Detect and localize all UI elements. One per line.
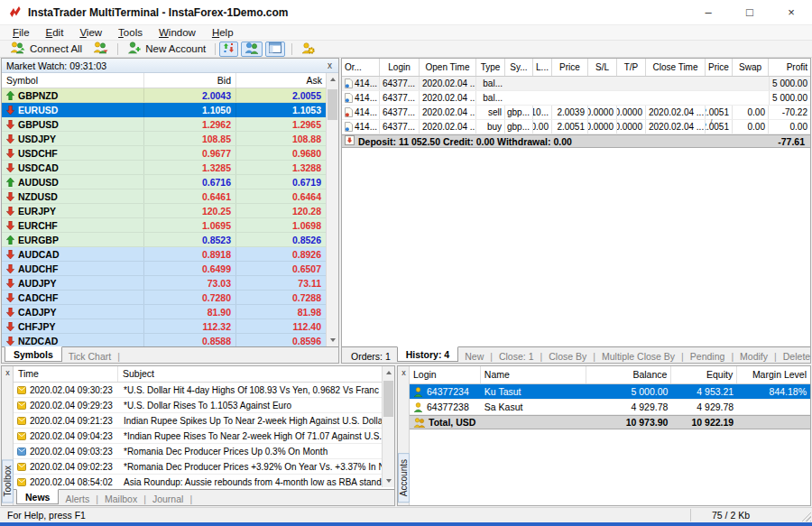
menu-item-window[interactable]: Window [151, 27, 204, 38]
history-column-header[interactable]: L... [533, 59, 552, 76]
accounts-vertical-tab[interactable]: Accounts [398, 453, 410, 503]
market-watch-row[interactable]: AUDCHF0.64990.6507 [2, 262, 338, 276]
history-column-header[interactable]: S/L [588, 59, 617, 76]
news-scrollbar[interactable] [382, 366, 394, 487]
news-row[interactable]: 2020.02.04 09:21:23Indian Rupee Spikes U… [14, 413, 394, 429]
market-watch-column-header[interactable]: Bid [144, 73, 236, 88]
disconnect-all-button[interactable] [88, 41, 114, 57]
accounts-column-header[interactable]: Equity [671, 366, 737, 383]
history-column-header[interactable]: Profit [769, 59, 810, 76]
toolbox-close-icon[interactable]: x [2, 368, 14, 377]
accounts-column-header[interactable]: Login [410, 366, 481, 383]
market-watch-row[interactable]: CADJPY81.9081.98 [2, 305, 338, 319]
accounts-close-icon[interactable]: x [398, 368, 410, 377]
toolbox-tab-mailbox[interactable]: Mailbox [98, 492, 143, 504]
market-watch-row[interactable]: EURGBP0.85230.8526 [2, 233, 338, 247]
history-column-header[interactable]: Close Time [646, 59, 706, 76]
menu-item-help[interactable]: Help [204, 27, 242, 38]
market-watch-row[interactable]: USDJPY108.85108.88 [2, 132, 338, 146]
order-cell: 414... [342, 77, 380, 90]
news-row[interactable]: 2020.02.04 09:04:23*Indian Rupee Rises T… [14, 429, 394, 444]
market-watch-column-header[interactable]: Symbol [2, 73, 144, 88]
account-row[interactable]: 64377234Ku Tasut5 000.004 953.21844.18% [410, 384, 810, 400]
news-row[interactable]: 2020.02.04 09:03:23*Romania Dec Producer… [14, 444, 394, 459]
orders-tab-pending[interactable]: Pending [684, 349, 732, 362]
connect-all-button[interactable]: Connect All [5, 41, 88, 57]
market-watch-row[interactable]: AUDUSD0.67160.6719 [2, 175, 338, 189]
history-column-header[interactable]: Type [476, 59, 505, 76]
resize-grip[interactable] [799, 510, 811, 521]
close-button[interactable]: × [770, 0, 812, 25]
market-watch-row[interactable]: EURCHF1.06951.0698 [2, 218, 338, 233]
scroll-down-icon[interactable] [327, 334, 338, 346]
history-table-row[interactable]: 414...64377...2020.02.04 ...bal...5 000.… [342, 77, 810, 91]
news-row[interactable]: 2020.02.04 09:02:23*Romania Dec Producer… [14, 459, 394, 475]
news-time: 2020.02.04 09:30:23 [30, 385, 113, 395]
market-watch-row[interactable]: CADCHF0.72800.7288 [2, 291, 338, 305]
minimize-button[interactable]: – [687, 0, 729, 25]
toolbox-toggle-button[interactable] [265, 42, 285, 57]
orders-tab-close-1[interactable]: Close: 1 [493, 349, 540, 362]
new-account-button[interactable]: New Account [122, 41, 211, 57]
accounts-toggle-button[interactable] [241, 42, 263, 57]
account-row[interactable]: 64377238Sa Kasut4 929.784 929.78 [410, 400, 810, 415]
market-watch-row[interactable]: CHFJPY112.32112.40 [2, 319, 338, 334]
history-table-row[interactable]: 414...64377...2020.02.04 ...buygbp...0.0… [342, 120, 810, 134]
history-table-row[interactable]: 414...64377...2020.02.04 ...sellgbp...10… [342, 106, 810, 120]
market-watch-column-header[interactable]: Ask [236, 73, 327, 88]
market-watch-tab-tick-chart[interactable]: Tick Chart [62, 349, 117, 362]
orders-tab-multiple-close-by[interactable]: Multiple Close By [595, 349, 681, 362]
accounts-column-header[interactable]: Margin Level [737, 366, 810, 383]
history-column-header[interactable]: Or... [342, 59, 380, 76]
orders-tab-delete[interactable]: Delete [777, 349, 812, 362]
history-column-header[interactable]: Swap [733, 59, 769, 76]
orders-tab-orders-1[interactable]: Orders: 1 [345, 349, 397, 362]
market-watch-row[interactable]: EURJPY120.25120.28 [2, 204, 338, 218]
news-row[interactable]: 2020.02.04 09:29:23*U.S. Dollar Rises To… [14, 398, 394, 413]
market-watch-row[interactable]: EURUSD1.10501.1053 [2, 103, 338, 117]
history-table-row[interactable]: 414...64377...2020.02.04 ...bal...5 000.… [342, 91, 810, 106]
history-column-header[interactable]: Open Time [420, 59, 476, 76]
news-column-header-time[interactable]: Time [14, 366, 118, 382]
history-column-header[interactable]: Sy... [505, 59, 533, 76]
scroll-up-icon[interactable] [383, 366, 394, 379]
menu-item-view[interactable]: View [71, 27, 110, 38]
market-watch-row[interactable]: GBPUSD1.29621.2965 [2, 117, 338, 132]
market-watch-row[interactable]: AUDJPY73.0373.11 [2, 276, 338, 291]
news-row[interactable]: 2020.02.04 08:54:02Asia Roundup: Aussie … [14, 475, 394, 490]
history-column-header[interactable]: Price [706, 59, 733, 76]
scrollbar-thumb[interactable] [328, 89, 337, 120]
menu-item-tools[interactable]: Tools [110, 27, 151, 38]
market-watch-row[interactable]: AUDCAD0.89180.8926 [2, 247, 338, 262]
toolbox-tab-journal[interactable]: Journal [146, 492, 189, 504]
menu-item-edit[interactable]: Edit [38, 27, 72, 38]
history-column-header[interactable]: Price [552, 59, 588, 76]
market-watch-scrollbar[interactable] [326, 73, 338, 346]
scroll-down-icon[interactable] [383, 475, 394, 487]
toolbox-vertical-tab[interactable]: Toolbox [2, 459, 14, 503]
orders-tab-modify[interactable]: Modify [734, 349, 774, 362]
news-row[interactable]: 2020.02.04 09:30:23*U.S. Dollar Hit 4-da… [14, 383, 394, 398]
maximize-button[interactable]: □ [729, 0, 770, 25]
accounts-column-header[interactable]: Name [481, 366, 586, 383]
scrollbar-thumb[interactable] [383, 381, 393, 417]
market-watch-toggle-button[interactable] [219, 42, 238, 57]
orders-tab-history-4[interactable]: History: 4 [397, 346, 458, 362]
scroll-up-icon[interactable] [327, 73, 338, 86]
market-watch-row[interactable]: NZDUSD0.64610.6464 [2, 189, 338, 204]
market-watch-row[interactable]: USDCAD1.32851.3288 [2, 161, 338, 175]
history-column-header[interactable]: T/P [617, 59, 646, 76]
market-watch-close-icon[interactable]: x [326, 61, 334, 70]
news-column-header-subject[interactable]: Subject [118, 366, 394, 382]
toolbox-tab-news[interactable]: News [16, 489, 59, 504]
menu-item-file[interactable]: File [5, 27, 38, 38]
orders-tab-close-by[interactable]: Close By [542, 349, 593, 362]
history-column-header[interactable]: Login [380, 59, 420, 76]
market-watch-row[interactable]: USDCHF0.96770.9680 [2, 146, 338, 161]
orders-tab-new[interactable]: New [458, 349, 490, 362]
accounts-column-header[interactable]: Balance [586, 366, 672, 383]
toolbox-tab-alerts[interactable]: Alerts [59, 492, 96, 504]
market-watch-row[interactable]: GBPNZD2.00432.0055 [2, 88, 338, 103]
market-watch-tab-symbols[interactable]: Symbols [5, 346, 62, 362]
account-settings-button[interactable] [296, 41, 320, 57]
